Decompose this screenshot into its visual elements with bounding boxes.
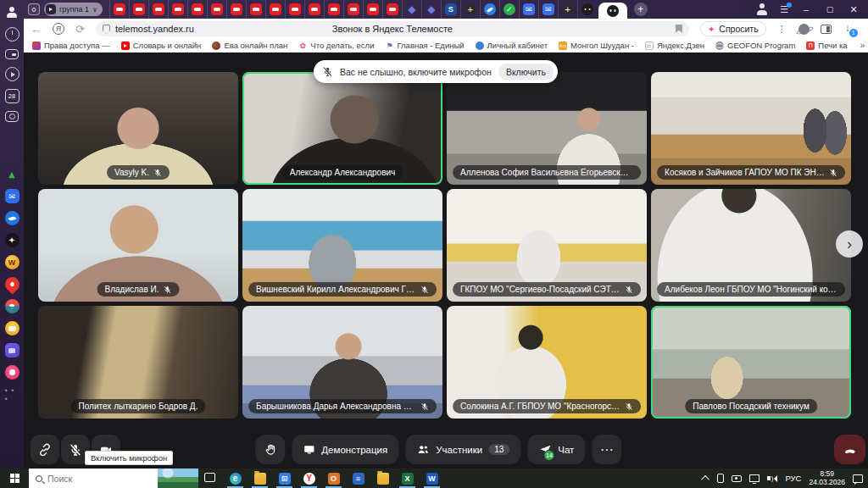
- site-security-icon[interactable]: [103, 25, 110, 34]
- bookmark-item[interactable]: Что делать, если: [298, 41, 374, 50]
- menu-kebab-icon[interactable]: ⋮: [777, 24, 787, 35]
- browser-tab[interactable]: [129, 0, 148, 19]
- url-text[interactable]: telemost.yandex.ru: [115, 24, 194, 34]
- search-input[interactable]: [47, 474, 132, 484]
- taskbar-app-icon[interactable]: [198, 469, 223, 488]
- browser-tab[interactable]: [226, 0, 246, 19]
- taskbar-app-icon[interactable]: ≡: [346, 469, 370, 488]
- chat-button[interactable]: 14Чат: [527, 435, 585, 464]
- browser-tab[interactable]: [382, 0, 402, 19]
- browser-tab[interactable]: [187, 0, 207, 19]
- sidebar-icon[interactable]: [2, 274, 22, 294]
- taskbar-app-icon[interactable]: [370, 469, 395, 488]
- browser-tab[interactable]: [343, 0, 363, 19]
- browser-tab[interactable]: [304, 0, 324, 19]
- minimize-button[interactable]: –: [800, 4, 812, 14]
- sidebar-icon[interactable]: 28: [5, 89, 19, 103]
- browser-tab[interactable]: [246, 0, 265, 19]
- participant-tile[interactable]: Солокина А.Г. ГБПОУ МО "Красногорский ко…: [447, 306, 647, 419]
- vpn-planet-icon[interactable]: [798, 24, 810, 35]
- profile-icon[interactable]: [756, 3, 768, 15]
- participant-tile[interactable]: Вишневский Кирилл Александрович ГБПОУ ..…: [242, 189, 442, 302]
- participant-tile[interactable]: Vasyly K.: [38, 72, 238, 185]
- sidebar-icon[interactable]: [5, 211, 19, 225]
- sidebar-icon[interactable]: [5, 145, 19, 159]
- bookmark-item[interactable]: Монгол Шуудан -: [559, 41, 634, 50]
- reload-button[interactable]: ⟳: [75, 23, 85, 36]
- browser-tab[interactable]: [441, 0, 460, 19]
- participant-tile[interactable]: Алибеков Леон ГБПОУ МО "Ногинский коллед…: [651, 189, 851, 302]
- phone-link-icon[interactable]: [717, 474, 724, 483]
- close-button[interactable]: ✕: [848, 4, 860, 15]
- bookmark-item[interactable]: Яндекс.Дзен: [645, 41, 704, 50]
- bookmark-item[interactable]: Главная - Единый: [385, 41, 464, 50]
- browser-tab[interactable]: [460, 0, 480, 19]
- participant-tile[interactable]: Косяков и Зайчиков ГАПОУ МО ПК ЭНЕРГИЯ: [651, 72, 851, 185]
- taskbar-app-icon[interactable]: [248, 469, 272, 488]
- bookmark-item[interactable]: Права доступа —: [32, 41, 110, 50]
- share-screen-button[interactable]: Демонстрация: [292, 435, 398, 464]
- bookmark-item[interactable]: Ева онлайн план: [212, 41, 287, 50]
- tab-group-pill[interactable]: группа 1 ∨: [44, 3, 103, 16]
- bookmark-icon[interactable]: [676, 25, 682, 33]
- language-indicator[interactable]: РУС: [785, 474, 801, 483]
- tab-list-icon[interactable]: [780, 4, 788, 15]
- bookmarks-overflow-button[interactable]: »: [860, 41, 865, 50]
- browser-tab[interactable]: [519, 0, 538, 19]
- yandex-button[interactable]: Я: [53, 23, 64, 35]
- sidebar-icon[interactable]: [5, 233, 19, 247]
- browser-tab[interactable]: [207, 0, 226, 19]
- bookmark-item[interactable]: Печи ка: [806, 41, 847, 50]
- more-options-button[interactable]: ···: [592, 435, 621, 464]
- sidebar-icon[interactable]: [5, 321, 19, 336]
- browser-tab[interactable]: [421, 0, 441, 19]
- browser-tab[interactable]: [538, 0, 558, 19]
- participant-tile[interactable]: Алленова София Васильевна Егорьевский те…: [447, 72, 647, 185]
- sidebar-icon[interactable]: [5, 167, 19, 181]
- side-panel-toggle-icon[interactable]: [821, 25, 832, 34]
- enable-mic-button[interactable]: Включить: [498, 64, 554, 80]
- maximize-button[interactable]: ▢: [824, 5, 836, 14]
- participant-tile[interactable]: Политех лыткарино Бодров Д.: [38, 306, 238, 419]
- network-display-icon[interactable]: [749, 474, 760, 482]
- back-button[interactable]: ←: [31, 23, 42, 36]
- search-daily-image[interactable]: [158, 469, 198, 488]
- participant-tile[interactable]: Александр Александрович: [242, 72, 442, 185]
- address-bar[interactable]: telemost.yandex.ru Звонок в Яндекс Телем…: [96, 21, 689, 36]
- bookmark-item[interactable]: GEOFON Program: [715, 41, 795, 50]
- taskbar-app-icon[interactable]: Y: [297, 469, 321, 488]
- sidebar-icon[interactable]: [5, 255, 19, 269]
- browser-tab[interactable]: [148, 0, 168, 19]
- sidebar-icon[interactable]: [5, 387, 19, 402]
- recorder-icon[interactable]: [732, 475, 742, 482]
- taskbar-app-icon[interactable]: X: [395, 469, 420, 488]
- copy-link-button[interactable]: [31, 435, 59, 464]
- browser-tab[interactable]: [168, 0, 187, 19]
- volume-icon[interactable]: ): [767, 475, 778, 482]
- start-button[interactable]: [0, 469, 29, 488]
- next-page-button[interactable]: ›: [836, 230, 863, 258]
- active-tab[interactable]: [598, 3, 627, 19]
- browser-tab[interactable]: [109, 0, 129, 19]
- sidebar-icon[interactable]: [5, 67, 19, 81]
- taskbar-search[interactable]: [29, 469, 198, 488]
- closed-tabs-counter[interactable]: 0: [28, 3, 40, 15]
- action-center-icon[interactable]: [853, 474, 863, 483]
- browser-tab[interactable]: [480, 0, 499, 19]
- browser-tab[interactable]: [577, 0, 597, 19]
- sidebar-icon[interactable]: [5, 111, 19, 122]
- tray-expand-icon[interactable]: [701, 475, 709, 484]
- participant-tile[interactable]: ГКПОУ МО "Сергиево-Посадский СЭТ" Борда.…: [447, 189, 647, 302]
- ask-ai-button[interactable]: ✦ Спросить: [700, 21, 766, 36]
- bookmark-item[interactable]: Личный кабинет: [476, 41, 548, 50]
- browser-tab[interactable]: [363, 0, 382, 19]
- sidebar-icon[interactable]: [5, 343, 19, 358]
- browser-tab[interactable]: [402, 0, 421, 19]
- sidebar-icon[interactable]: [5, 189, 19, 203]
- taskbar-app-icon[interactable]: e: [223, 469, 248, 488]
- sidebar-icon[interactable]: [5, 27, 19, 42]
- participant-tile[interactable]: Павлово Посадский техникум: [651, 306, 851, 419]
- participants-button[interactable]: Участники13: [405, 435, 520, 464]
- bookmark-item[interactable]: Словарь и онлайн: [121, 41, 202, 50]
- browser-tab[interactable]: [558, 0, 577, 19]
